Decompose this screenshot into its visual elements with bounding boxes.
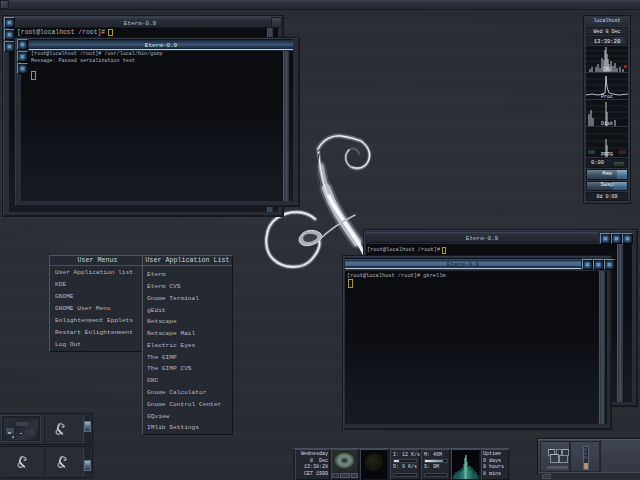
svg-text:Disk: Disk: [601, 121, 613, 126]
svg-text:CPU: CPU: [602, 67, 611, 72]
svg-text:PPP0: PPP0: [601, 152, 613, 157]
svg-text:Proc: Proc: [601, 94, 613, 99]
